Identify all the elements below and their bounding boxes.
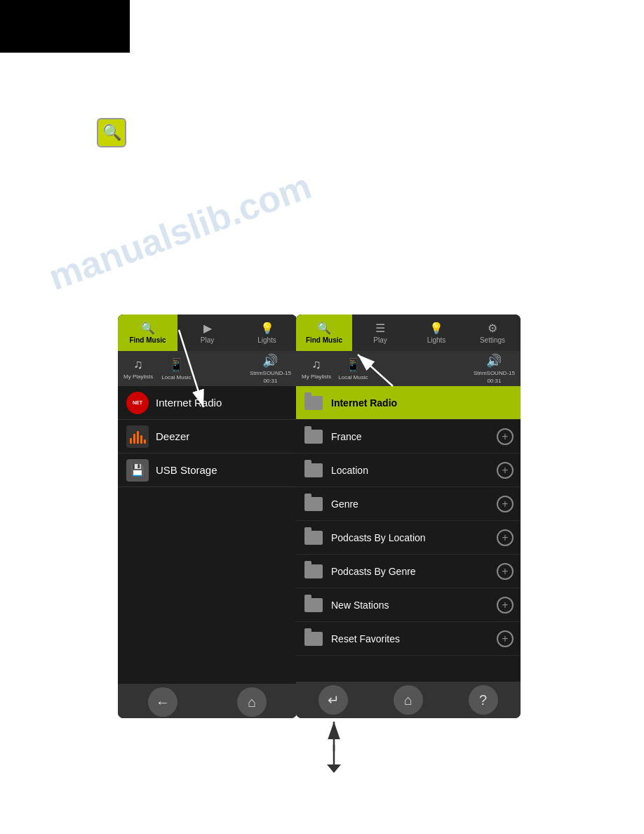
- right-tab-play-label: Play: [373, 336, 387, 344]
- right-device-bar: ♫ My Playlists 📱 Local Music 🔊 StrimSOUN…: [296, 351, 521, 386]
- right-local-music-label: Local Music: [338, 374, 368, 380]
- strim-time: 00:31: [263, 378, 277, 384]
- right-my-playlists[interactable]: ♫ My Playlists: [302, 357, 331, 380]
- left-tab-bar: 🔍 Find Music ▶ Play 💡 Lights: [118, 315, 297, 351]
- top-black-rectangle: [0, 0, 130, 53]
- right-tab-play[interactable]: ☰ Play: [352, 315, 408, 351]
- right-tab-find-music[interactable]: 🔍 Find Music: [296, 315, 352, 351]
- bottom-arrow-indicator: [319, 744, 349, 774]
- right-speaker-icon: 🔊: [486, 353, 502, 369]
- right-tab-find-music-label: Find Music: [306, 336, 342, 344]
- new-stations-add-icon[interactable]: +: [497, 597, 514, 614]
- right-phone-screen: 🔍 Find Music ☰ Play 💡 Lights ⚙ Settings …: [296, 315, 521, 718]
- right-find-music-icon: 🔍: [317, 322, 331, 335]
- right-home-button[interactable]: ⌂: [394, 685, 423, 715]
- genre-add-icon[interactable]: +: [497, 496, 514, 512]
- location-folder-icon: [303, 460, 324, 481]
- podcasts-by-genre-item[interactable]: Podcasts By Genre +: [296, 555, 521, 588]
- left-back-button[interactable]: ←: [148, 687, 177, 717]
- playlists-icon: ♫: [133, 357, 143, 372]
- genre-label: Genre: [331, 498, 490, 510]
- deezer-label: Deezer: [156, 430, 189, 442]
- new-stations-folder-icon: [303, 595, 324, 616]
- right-strim-time: 00:31: [487, 378, 501, 384]
- podcasts-by-location-item[interactable]: Podcasts By Location +: [296, 521, 521, 555]
- usb-logo: 💾: [126, 459, 149, 482]
- internet-radio-item[interactable]: NET Internet Radio: [118, 386, 297, 420]
- internet-radio-label: Internet Radio: [331, 397, 514, 409]
- right-lights-icon: 💡: [429, 322, 443, 335]
- left-tab-play-label: Play: [201, 336, 214, 344]
- podcasts-by-location-label: Podcasts By Location: [331, 532, 490, 543]
- left-phone-screen: 🔍 Find Music ▶ Play 💡 Lights ♫ My Playli…: [118, 315, 297, 718]
- right-strim-label: StrimSOUND-15: [474, 370, 515, 376]
- reset-favorites-add-icon[interactable]: +: [497, 630, 514, 647]
- right-help-button[interactable]: ?: [469, 685, 498, 715]
- watermark: manualslib.com: [43, 165, 317, 299]
- right-back-button[interactable]: ↵: [318, 685, 348, 715]
- speaker-icon: 🔊: [262, 353, 278, 369]
- left-bottom-bar: ← ⌂: [118, 684, 297, 718]
- podcasts-by-genre-label: Podcasts By Genre: [331, 566, 490, 577]
- left-tab-find-music[interactable]: 🔍 Find Music: [118, 315, 177, 351]
- podcasts-location-folder-icon: [303, 527, 324, 548]
- right-playlists-icon: ♫: [311, 357, 321, 372]
- new-stations-label: New Stations: [331, 600, 490, 611]
- strim-label: StrimSOUND-15: [250, 370, 291, 376]
- reset-favorites-folder-icon: [303, 628, 324, 649]
- podcasts-genre-folder-icon: [303, 561, 324, 582]
- right-local-music[interactable]: 📱 Local Music: [338, 357, 368, 380]
- right-playlists-label: My Playlists: [302, 373, 331, 380]
- left-device-bar: ♫ My Playlists 📱 Local Music 🔊 StrimSOUN…: [118, 351, 297, 386]
- left-tab-lights-label: Lights: [257, 336, 276, 344]
- right-tab-settings-label: Settings: [480, 336, 505, 344]
- podcasts-location-add-icon[interactable]: +: [497, 529, 514, 546]
- right-play-icon: ☰: [375, 322, 385, 335]
- right-tab-bar: 🔍 Find Music ☰ Play 💡 Lights ⚙ Settings: [296, 315, 521, 351]
- reset-favorites-item[interactable]: Reset Favorites +: [296, 622, 521, 656]
- find-music-icon: 🔍: [141, 322, 155, 335]
- svg-marker-6: [327, 764, 341, 773]
- right-tab-lights-label: Lights: [427, 336, 446, 344]
- france-item[interactable]: France +: [296, 420, 521, 454]
- right-tab-settings[interactable]: ⚙ Settings: [464, 315, 521, 351]
- play-icon: ▶: [203, 322, 212, 335]
- france-folder-icon: [303, 426, 324, 447]
- playlists-label: My Playlists: [123, 373, 153, 380]
- left-strim-device[interactable]: 🔊 StrimSOUND-15 00:31: [250, 353, 291, 384]
- reset-favorites-label: Reset Favorites: [331, 633, 490, 644]
- deezer-item[interactable]: Deezer: [118, 420, 297, 454]
- genre-item[interactable]: Genre +: [296, 487, 521, 521]
- usb-storage-item[interactable]: 💾 USB Storage: [118, 454, 297, 487]
- left-home-button[interactable]: ⌂: [237, 687, 267, 717]
- podcasts-genre-add-icon[interactable]: +: [497, 563, 514, 580]
- left-tab-lights[interactable]: 💡 Lights: [237, 315, 297, 351]
- internet-radio-label: Internet Radio: [156, 397, 222, 409]
- new-stations-item[interactable]: New Stations +: [296, 588, 521, 622]
- location-item[interactable]: Location +: [296, 454, 521, 487]
- internet-radio-header: Internet Radio: [296, 386, 521, 420]
- left-local-music[interactable]: 📱 Local Music: [161, 357, 191, 380]
- right-bottom-bar: ↵ ⌂ ?: [296, 682, 521, 718]
- location-add-icon[interactable]: +: [497, 462, 514, 479]
- right-local-music-icon: 📱: [345, 357, 361, 373]
- left-my-playlists[interactable]: ♫ My Playlists: [123, 357, 153, 380]
- left-tab-find-music-label: Find Music: [129, 336, 166, 344]
- location-label: Location: [331, 465, 490, 476]
- internet-radio-icon: [303, 392, 324, 413]
- right-strim-device[interactable]: 🔊 StrimSOUND-15 00:31: [474, 353, 515, 384]
- local-music-icon: 📱: [168, 357, 184, 373]
- left-tab-play[interactable]: ▶ Play: [177, 315, 237, 351]
- genre-folder-icon: [303, 494, 324, 515]
- local-music-label: Local Music: [161, 374, 191, 380]
- lights-icon: 💡: [260, 322, 274, 335]
- search-icon: [97, 118, 126, 147]
- deezer-logo: [126, 425, 149, 448]
- france-label: France: [331, 431, 490, 442]
- right-settings-icon: ⚙: [488, 322, 497, 335]
- right-tab-lights[interactable]: 💡 Lights: [408, 315, 464, 351]
- france-add-icon[interactable]: +: [497, 428, 514, 445]
- usb-storage-label: USB Storage: [156, 464, 217, 476]
- netradio-logo: NET: [126, 392, 149, 414]
